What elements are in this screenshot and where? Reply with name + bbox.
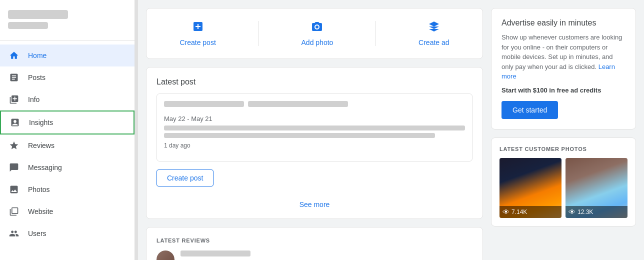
main-content: Create post Add photo Create ad Latest p… [138,0,644,260]
photos-label: Photos [28,186,50,194]
create-post-card-button[interactable]: Create post [156,170,214,186]
website-icon [8,206,20,218]
photos-icon [8,184,20,196]
posts-label: Posts [28,74,46,82]
sidebar-item-insights[interactable]: Insights [0,110,134,134]
create-post-button[interactable]: Create post [172,16,224,50]
post-header-blur [164,101,244,107]
customer-photos-title: LATEST CUSTOMER PHOTOS [500,146,628,152]
get-started-button[interactable]: Get started [502,101,558,119]
insights-label: Insights [29,118,53,126]
post-text-line-1 [164,126,465,130]
info-label: Info [28,96,40,104]
customer-photos-section: LATEST CUSTOMER PHOTOS 👁 7.14K 👁 12.3K [491,138,636,226]
latest-post-card: Latest post May 22 - May 21 1 day ago Cr… [146,67,483,219]
users-icon [8,228,20,240]
reviews-icon [8,140,20,152]
sidebar-item-info[interactable]: Info [0,88,134,110]
latest-reviews-title: LATEST REVIEWS [156,238,472,244]
photo-1-views: 7.14K [512,208,527,216]
website-label: Website [28,208,53,216]
sidebar-header [0,4,134,40]
action-divider-1 [258,21,259,46]
review-item: Apr 5, 2017 [156,250,472,260]
photo-2-overlay: 👁 12.3K [566,206,628,218]
messaging-icon [8,162,20,174]
create-post-label: Create post [180,38,216,46]
post-text-line-2 [164,133,435,138]
ad-highlight: Start with $100 in free ad credits [502,86,626,94]
post-time-ago: 1 day ago [164,142,465,149]
sidebar-item-messaging[interactable]: Messaging [0,156,134,178]
home-icon [8,50,20,62]
sidebar-item-users[interactable]: Users [0,222,134,244]
info-icon [8,94,20,106]
ad-description: Show up whenever customers are looking f… [502,32,626,82]
create-ad-icon [428,20,440,36]
sidebar-item-photos[interactable]: Photos [0,178,134,200]
see-more-link[interactable]: See more [156,200,472,208]
sidebar: Home Posts Info Insights Reviews [0,0,135,260]
post-preview: May 22 - May 21 1 day ago [156,94,472,162]
latest-reviews-card: LATEST REVIEWS Apr 5, 2017 [146,227,483,260]
sidebar-item-website[interactable]: Website [0,200,134,222]
users-label: Users [28,230,46,238]
view-icon-2: 👁 [568,208,576,216]
business-name-blur [8,10,68,19]
add-photo-button[interactable]: Add photo [294,16,342,50]
ad-title: Advertise easily in minutes [502,18,626,28]
reviews-label: Reviews [28,142,54,150]
add-photo-icon [311,20,323,36]
home-label: Home [28,52,46,60]
post-date: May 22 - May 21 [164,115,465,122]
action-divider-2 [376,21,376,46]
add-photo-label: Add photo [302,38,334,46]
insights-icon [9,116,21,128]
review-avatar-image [156,250,174,260]
create-post-icon [192,20,204,36]
sidebar-item-reviews[interactable]: Reviews [0,134,134,156]
create-ad-button[interactable]: Create ad [410,16,457,50]
review-name-blur [180,250,250,256]
customer-photo-2[interactable]: 👁 12.3K [566,158,628,218]
ad-card: Advertise easily in minutes Show up when… [491,8,636,130]
messaging-label: Messaging [28,164,62,172]
view-icon-1: 👁 [502,208,510,216]
action-buttons-card: Create post Add photo Create ad [146,8,483,59]
sidebar-item-home[interactable]: Home [0,44,134,66]
photos-grid: 👁 7.14K 👁 12.3K [500,158,628,218]
post-text [164,126,465,138]
post-header-blur-2 [248,101,348,107]
photo-2-views: 12.3K [578,208,593,216]
review-avatar [156,250,174,260]
posts-icon [8,72,20,84]
review-content: Apr 5, 2017 [180,250,472,260]
latest-post-title: Latest post [156,78,472,86]
customer-photo-1[interactable]: 👁 7.14K [500,158,562,218]
right-column: Advertise easily in minutes Show up when… [491,8,636,252]
photo-1-overlay: 👁 7.14K [500,206,562,218]
create-ad-label: Create ad [418,38,449,46]
business-subtitle-blur [8,22,48,29]
center-column: Create post Add photo Create ad Latest p… [146,8,483,252]
sidebar-item-posts[interactable]: Posts [0,66,134,88]
